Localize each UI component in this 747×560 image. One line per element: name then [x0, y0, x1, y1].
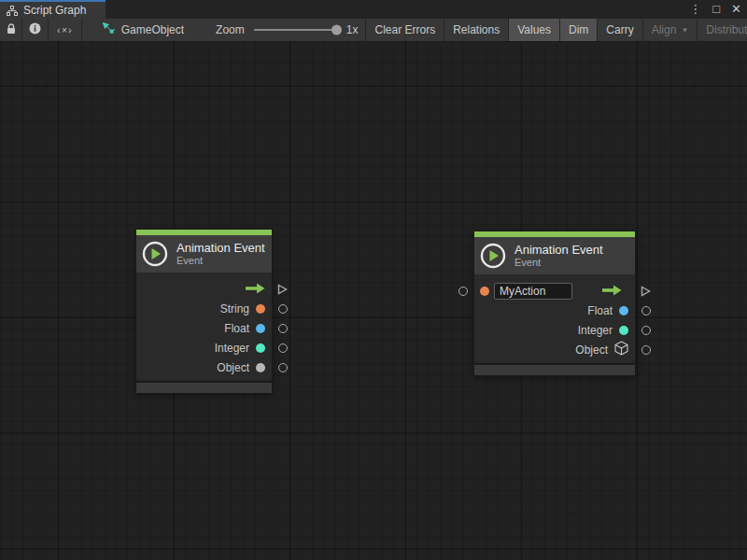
- script-graph-asset-icon: [103, 22, 116, 37]
- node-header[interactable]: Animation Event Event: [136, 235, 272, 273]
- carry-button[interactable]: Carry: [598, 19, 642, 41]
- string-type-dot: [480, 287, 489, 296]
- object-output-port[interactable]: [278, 363, 288, 372]
- zoom-value: 1x: [346, 23, 359, 36]
- object-type-dot: [256, 363, 265, 372]
- window-controls: ⋮ □ ✕: [689, 0, 741, 19]
- flow-output-row: [136, 279, 272, 299]
- lock-icon: [7, 23, 16, 37]
- node-header[interactable]: Animation Event Event: [474, 237, 635, 274]
- integer-output-port[interactable]: [641, 326, 651, 335]
- script-graph-window: Script Graph ⋮ □ ✕: [0, 0, 747, 560]
- code-view-icon: ‹×›: [57, 24, 73, 35]
- node-body: Float Integer Object: [474, 274, 635, 363]
- graph-hierarchy-icon: [7, 6, 18, 16]
- more-options-icon[interactable]: ⋮: [689, 0, 701, 19]
- flow-arrow-icon: [601, 283, 622, 300]
- relations-button[interactable]: Relations: [444, 19, 509, 41]
- object-output-port[interactable]: [641, 345, 651, 355]
- output-row-float: Float: [136, 318, 272, 338]
- integer-type-dot: [619, 326, 628, 335]
- float-output-port[interactable]: [278, 324, 288, 333]
- clear-errors-button[interactable]: Clear Errors: [365, 19, 444, 41]
- node-subtitle: Event: [514, 257, 603, 269]
- string-output-port[interactable]: [278, 304, 288, 314]
- node-body: String Float Integer: [136, 273, 272, 381]
- node-subtitle: Event: [176, 255, 265, 267]
- toolbar-button-group: Clear Errors Relations Values Dim Carry …: [365, 19, 747, 41]
- dropdown-arrow-icon: ▼: [681, 26, 688, 35]
- node-footer: [136, 383, 272, 393]
- flow-output-port[interactable]: [276, 284, 288, 295]
- output-row-float: Float: [474, 301, 635, 320]
- node-title: Animation Event: [176, 241, 265, 255]
- name-input-row: [474, 281, 635, 301]
- tab-label: Script Graph: [23, 4, 86, 17]
- output-row-string: String: [136, 299, 272, 318]
- output-row-object: Object: [136, 357, 272, 377]
- maximize-icon[interactable]: □: [712, 0, 720, 19]
- action-name-field[interactable]: [494, 283, 572, 300]
- zoom-label: Zoom: [216, 23, 245, 36]
- flow-arrow-icon: [245, 281, 265, 298]
- info-icon: [29, 22, 41, 37]
- code-view-button[interactable]: ‹×›: [49, 19, 82, 41]
- output-row-integer: Integer: [474, 320, 635, 340]
- flow-output-port[interactable]: [640, 286, 651, 297]
- distribute-button[interactable]: Distribute ▼: [698, 19, 747, 41]
- dim-button[interactable]: Dim: [560, 19, 598, 41]
- title-bar: Script Graph ⋮ □ ✕: [0, 0, 747, 19]
- event-play-icon: [142, 241, 168, 267]
- graph-reference[interactable]: GameObject: [99, 19, 188, 41]
- cube-icon: [614, 341, 628, 359]
- output-row-object: Object: [474, 340, 635, 359]
- zoom-control: Zoom 1x: [216, 19, 358, 41]
- output-row-integer: Integer: [136, 338, 272, 357]
- integer-output-port[interactable]: [278, 343, 288, 353]
- align-button[interactable]: Align ▼: [643, 19, 698, 41]
- animation-event-node-1[interactable]: Animation Event Event: [136, 230, 272, 393]
- name-input-port[interactable]: [458, 287, 468, 296]
- integer-type-dot: [256, 343, 265, 353]
- node-footer: [474, 365, 635, 375]
- graph-canvas[interactable]: Animation Event Event: [0, 42, 747, 560]
- lock-button[interactable]: [0, 19, 22, 41]
- zoom-slider-thumb[interactable]: [331, 25, 342, 35]
- zoom-slider[interactable]: [254, 29, 340, 31]
- string-type-dot: [256, 304, 265, 314]
- animation-event-node-2[interactable]: Animation Event Event: [474, 231, 635, 375]
- tab-script-graph[interactable]: Script Graph: [0, 0, 106, 19]
- float-output-port[interactable]: [641, 306, 651, 315]
- graph-reference-label: GameObject: [121, 23, 184, 36]
- graph-toolbar: ‹×› GameObject Zoom 1x: [0, 19, 747, 42]
- event-play-icon: [480, 243, 506, 269]
- node-title: Animation Event: [514, 243, 603, 257]
- float-type-dot: [619, 306, 628, 315]
- float-type-dot: [256, 324, 265, 333]
- close-icon[interactable]: ✕: [731, 0, 741, 19]
- info-button[interactable]: [22, 19, 49, 41]
- values-button[interactable]: Values: [509, 19, 560, 41]
